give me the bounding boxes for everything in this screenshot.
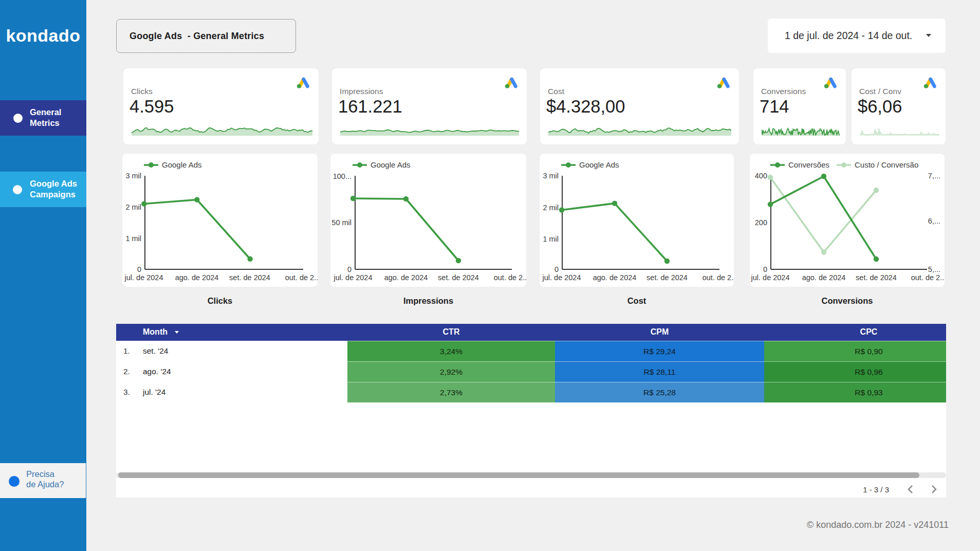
svg-text:jul. de 2024: jul. de 2024 (124, 273, 163, 282)
svg-text:set. de 2024: set. de 2024 (646, 273, 688, 282)
svg-text:ago. de 2024: ago. de 2024 (384, 273, 428, 282)
svg-text:3 mil: 3 mil (543, 172, 559, 180)
svg-text:out. de 2...: out. de 2... (911, 273, 945, 282)
svg-text:1 mil: 1 mil (125, 234, 141, 243)
svg-text:3 mil: 3 mil (125, 172, 141, 180)
svg-text:2 mil: 2 mil (125, 203, 141, 211)
svg-text:set. de 2024: set. de 2024 (856, 273, 897, 282)
svg-text:100...: 100... (333, 172, 352, 180)
svg-text:set. de 2024: set. de 2024 (229, 273, 270, 282)
svg-text:Google Ads: Google Ads (162, 160, 202, 169)
svg-text:out. de 2...: out. de 2... (494, 273, 526, 282)
svg-text:0: 0 (763, 265, 767, 273)
svg-text:ago. de 2024: ago. de 2024 (175, 273, 219, 282)
svg-text:0: 0 (554, 265, 559, 273)
svg-text:50 mil: 50 mil (331, 218, 352, 227)
svg-text:jul. de 2024: jul. de 2024 (542, 273, 581, 282)
svg-text:set. de 2024: set. de 2024 (438, 273, 479, 282)
svg-text:jul. de 2024: jul. de 2024 (751, 273, 790, 282)
svg-text:Google Ads: Google Ads (371, 160, 411, 169)
svg-text:ago. de 2024: ago. de 2024 (802, 273, 846, 282)
svg-text:Custo / Conversão: Custo / Conversão (855, 160, 918, 169)
svg-text:200: 200 (755, 218, 767, 227)
svg-text:0: 0 (347, 265, 352, 273)
svg-text:out. de 2...: out. de 2... (285, 273, 318, 282)
svg-text:6,...: 6,... (928, 217, 940, 225)
svg-text:400: 400 (755, 172, 767, 180)
svg-text:Google Ads: Google Ads (579, 160, 619, 169)
svg-text:5,...: 5,... (928, 265, 940, 273)
svg-text:Conversões: Conversões (788, 160, 829, 169)
svg-text:1 mil: 1 mil (543, 235, 559, 243)
svg-text:jul. de 2024: jul. de 2024 (334, 273, 373, 282)
svg-text:0: 0 (137, 265, 141, 273)
svg-text:7,...: 7,... (928, 172, 940, 180)
svg-text:ago. de 2024: ago. de 2024 (593, 273, 637, 282)
svg-text:out. de 2...: out. de 2... (702, 273, 734, 282)
svg-text:2 mil: 2 mil (543, 204, 559, 212)
